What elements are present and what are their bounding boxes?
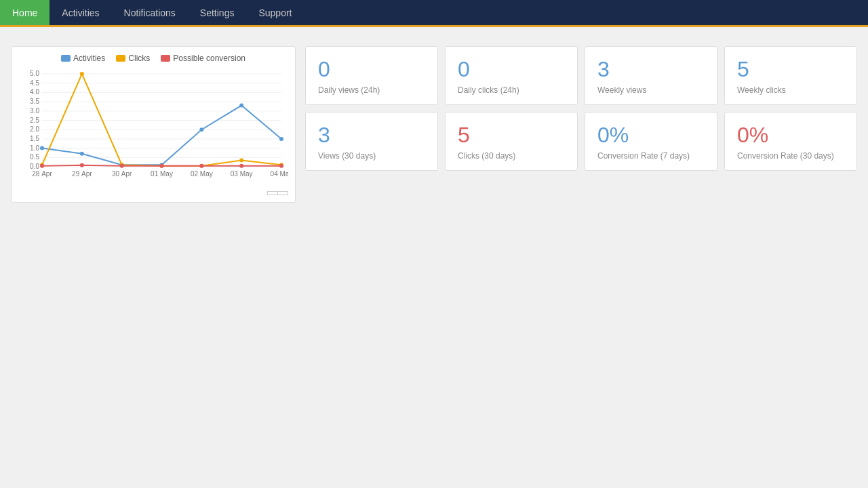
stat-card: 0 Daily clicks (24h) bbox=[445, 46, 578, 105]
main-nav: HomeActivitiesNotificationsSettingsSuppo… bbox=[0, 0, 868, 27]
stat-value: 0 bbox=[318, 58, 425, 81]
stat-value: 0 bbox=[458, 58, 565, 81]
chart-prev-button[interactable] bbox=[267, 191, 277, 195]
stat-label: Views (30 days) bbox=[318, 151, 425, 161]
stat-label: Conversion Rate (7 days) bbox=[597, 151, 705, 161]
stat-label: Daily views (24h) bbox=[318, 85, 425, 95]
main-layout: ActivitiesClicksPossible conversion 0 Da… bbox=[11, 46, 857, 203]
nav-item-home[interactable]: Home bbox=[0, 0, 50, 25]
nav-item-settings[interactable]: Settings bbox=[188, 0, 247, 25]
nav-item-support[interactable]: Support bbox=[246, 0, 304, 25]
stat-card: 3 Views (30 days) bbox=[305, 112, 438, 171]
stat-card: 3 Weekly views bbox=[585, 46, 717, 105]
nav-item-activities[interactable]: Activities bbox=[50, 0, 111, 25]
page-content: ActivitiesClicksPossible conversion 0 Da… bbox=[0, 27, 868, 212]
legend-item: Possible conversion bbox=[161, 54, 245, 63]
chart-legend: ActivitiesClicksPossible conversion bbox=[18, 54, 288, 63]
chart-nav bbox=[267, 191, 288, 195]
legend-item: Clicks bbox=[116, 54, 150, 63]
chart-canvas bbox=[18, 68, 288, 187]
stat-label: Weekly clicks bbox=[737, 85, 844, 95]
stat-value: 5 bbox=[458, 123, 565, 147]
stat-value: 3 bbox=[597, 58, 705, 81]
chart-footer bbox=[18, 191, 288, 195]
chart-card: ActivitiesClicksPossible conversion bbox=[11, 46, 296, 203]
stat-label: Weekly views bbox=[597, 85, 705, 95]
stat-card: 5 Clicks (30 days) bbox=[445, 112, 578, 171]
stat-card: 0% Conversion Rate (7 days) bbox=[585, 112, 717, 171]
stat-card: 0 Daily views (24h) bbox=[305, 46, 438, 105]
stat-label: Daily clicks (24h) bbox=[458, 85, 565, 95]
stat-value: 0% bbox=[737, 123, 844, 147]
stat-label: Conversion Rate (30 days) bbox=[737, 151, 844, 161]
nav-item-notifications[interactable]: Notifications bbox=[112, 0, 188, 25]
chart-next-button[interactable] bbox=[277, 191, 288, 195]
stat-value: 3 bbox=[318, 123, 425, 147]
stat-card: 5 Weekly clicks bbox=[724, 46, 857, 105]
stat-label: Clicks (30 days) bbox=[458, 151, 565, 161]
stats-grid: 0 Daily views (24h) 0 Daily clicks (24h)… bbox=[305, 46, 857, 171]
legend-item: Activities bbox=[61, 54, 105, 63]
stat-value: 0% bbox=[597, 123, 705, 147]
stat-card: 0% Conversion Rate (30 days) bbox=[724, 112, 857, 171]
stat-value: 5 bbox=[737, 58, 844, 81]
